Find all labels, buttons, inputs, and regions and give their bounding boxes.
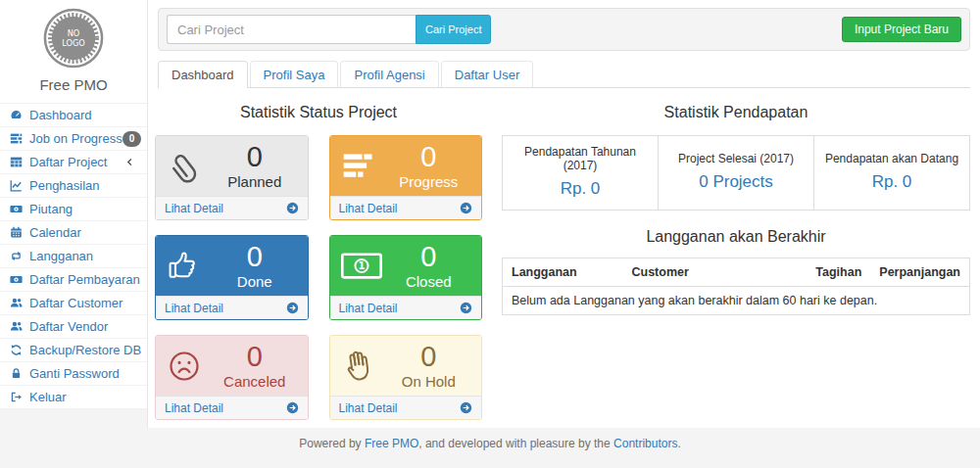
hand-paper-icon bbox=[341, 349, 386, 384]
dashboard-content: Statistik Status Project 0 Planned Lihat… bbox=[148, 88, 980, 420]
arrow-circle-right-icon bbox=[460, 302, 472, 314]
money-icon bbox=[8, 203, 24, 215]
sidebar-item-piutang[interactable]: Piutang bbox=[0, 198, 147, 221]
sidebar-item-label: Job on Progress bbox=[29, 131, 122, 146]
search-panel: Cari Project Input Project Baru bbox=[158, 8, 970, 51]
footer-text: , and developed with pleasure by the bbox=[418, 437, 613, 450]
sidebar-item-label: Keluar bbox=[29, 390, 67, 404]
stat-cell: Pendapatan akan Datang Rp. 0 bbox=[814, 136, 970, 211]
income-section: Statistik Pendapatan Pendapatan Tahunan … bbox=[502, 92, 970, 420]
done-detail-link[interactable]: Lihat Detail bbox=[156, 296, 308, 319]
money-icon bbox=[8, 273, 24, 286]
svg-text:1: 1 bbox=[358, 260, 365, 271]
column-header: Tagihan bbox=[807, 258, 870, 287]
stat-cell: Pendapatan Tahunan (2017) Rp. 0 bbox=[503, 136, 659, 211]
sidebar-item-keluar[interactable]: Keluar bbox=[0, 386, 147, 409]
thumbs-up-icon bbox=[167, 249, 212, 284]
sidebar-item-penghasilan[interactable]: Penghasilan bbox=[0, 174, 147, 198]
search-button[interactable]: Cari Project bbox=[416, 15, 491, 44]
closed-detail-link[interactable]: Lihat Detail bbox=[330, 296, 482, 319]
arrow-circle-right-icon bbox=[286, 202, 299, 214]
status-card-planned: 0 Planned Lihat Detail bbox=[155, 135, 309, 220]
onhold-detail-link[interactable]: Lihat Detail bbox=[330, 396, 482, 419]
sidebar-menu: Dashboard Job on Progress 0 Daftar Proje… bbox=[0, 103, 147, 409]
tab-dashboard[interactable]: Dashboard bbox=[158, 61, 248, 88]
tasks-icon bbox=[8, 132, 24, 145]
subscription-section-title: Langganan akan Berakhir bbox=[502, 228, 970, 246]
lock-icon bbox=[8, 367, 24, 380]
sidebar-item-daftar-customer[interactable]: Daftar Customer bbox=[0, 292, 147, 315]
chevron-left-icon bbox=[124, 157, 135, 167]
sidebar-item-daftar-pembayaran[interactable]: Daftar Pembayaran bbox=[0, 268, 147, 292]
card-label: Progress bbox=[386, 173, 472, 190]
sidebar-item-label: Piutang bbox=[29, 202, 73, 216]
planned-detail-link[interactable]: Lihat Detail bbox=[156, 196, 308, 219]
search-input[interactable] bbox=[167, 15, 416, 44]
sidebar-item-label: Langganan bbox=[29, 249, 93, 263]
stat-label: Pendapatan akan Datang bbox=[820, 152, 963, 165]
footer-link-contributors[interactable]: Contributors bbox=[613, 437, 677, 450]
status-card-done: 0 Done Lihat Detail bbox=[155, 235, 309, 320]
sidebar-item-label: Daftar Pembayaran bbox=[29, 272, 140, 287]
sidebar-item-calendar[interactable]: Calendar bbox=[0, 221, 147, 245]
retweet-icon bbox=[8, 250, 24, 262]
card-count: 0 bbox=[212, 243, 298, 271]
tab-bar: Dashboard Profil Saya Profil Agensi Daft… bbox=[158, 61, 970, 88]
sidebar-item-label: Daftar Customer bbox=[29, 296, 122, 310]
canceled-detail-link[interactable]: Lihat Detail bbox=[156, 396, 308, 419]
sidebar-item-backup-restore[interactable]: Backup/Restore DB bbox=[0, 339, 147, 362]
main-panel: Cari Project Input Project Baru Dashboar… bbox=[147, 0, 980, 428]
card-count: 0 bbox=[212, 343, 298, 371]
sidebar-item-langganan[interactable]: Langganan bbox=[0, 245, 147, 268]
sidebar-item-label: Dashboard bbox=[29, 108, 92, 122]
tab-daftar-user[interactable]: Daftar User bbox=[441, 61, 533, 87]
card-label: Canceled bbox=[212, 373, 298, 390]
status-card-onhold: 0 On Hold Lihat Detail bbox=[329, 335, 483, 420]
card-label: On Hold bbox=[386, 373, 472, 390]
stat-value: Rp. 0 bbox=[509, 179, 652, 199]
status-section: Statistik Status Project 0 Planned Lihat… bbox=[155, 92, 482, 420]
sidebar-item-daftar-project[interactable]: Daftar Project bbox=[0, 151, 147, 174]
empty-message: Belum ada Langganan yang akan berakhir d… bbox=[503, 287, 970, 315]
refresh-icon bbox=[8, 344, 24, 356]
new-project-button[interactable]: Input Project Baru bbox=[842, 17, 961, 42]
arrow-circle-right-icon bbox=[460, 202, 472, 214]
arrow-circle-right-icon bbox=[286, 302, 299, 314]
table-icon bbox=[8, 156, 24, 168]
sidebar-item-label: Calendar bbox=[29, 225, 81, 240]
card-label: Done bbox=[212, 273, 298, 290]
card-label: Closed bbox=[386, 273, 472, 290]
card-count: 0 bbox=[386, 243, 472, 271]
footer-text: . bbox=[677, 437, 680, 450]
paperclip-icon bbox=[167, 148, 212, 185]
sidebar-item-ganti-password[interactable]: Ganti Password bbox=[0, 362, 147, 386]
sidebar-item-label: Daftar Project bbox=[29, 155, 107, 169]
search-group: Cari Project bbox=[167, 15, 491, 44]
page-footer: Powered by Free PMO, and developed with … bbox=[0, 437, 980, 450]
subscription-table: Langganan Customer Tagihan Perpanjangan … bbox=[502, 257, 970, 315]
footer-text: Powered by bbox=[299, 437, 365, 450]
sidebar-item-daftar-vendor[interactable]: Daftar Vendor bbox=[0, 315, 147, 339]
income-stats-table: Pendapatan Tahunan (2017) Rp. 0 Project … bbox=[502, 135, 970, 211]
tab-profil-saya[interactable]: Profil Saya bbox=[250, 61, 339, 87]
arrow-circle-right-icon bbox=[460, 401, 472, 414]
income-section-title: Statistik Pendapatan bbox=[502, 104, 970, 121]
users-icon bbox=[8, 297, 24, 309]
brand-name: Free PMO bbox=[0, 76, 147, 93]
progress-detail-link[interactable]: Lihat Detail bbox=[330, 196, 482, 219]
sidebar-item-job-on-progress[interactable]: Job on Progress 0 bbox=[0, 127, 147, 151]
job-count-badge: 0 bbox=[122, 131, 142, 147]
stat-label: Pendapatan Tahunan (2017) bbox=[509, 145, 652, 172]
status-card-progress: 0 Progress Lihat Detail bbox=[329, 135, 483, 220]
column-header: Perpanjangan bbox=[870, 258, 969, 287]
footer-link-free-pmo[interactable]: Free PMO bbox=[365, 437, 418, 450]
stat-value: 0 Projects bbox=[664, 172, 808, 192]
calendar-icon bbox=[8, 226, 24, 239]
tab-profil-agensi[interactable]: Profil Agensi bbox=[340, 61, 438, 87]
card-count: 0 bbox=[386, 143, 472, 171]
stat-value: Rp. 0 bbox=[820, 172, 963, 192]
column-header: Langganan bbox=[503, 258, 623, 287]
sidebar-item-dashboard[interactable]: Dashboard bbox=[0, 104, 147, 127]
dashboard-icon bbox=[8, 109, 24, 121]
users-icon bbox=[8, 320, 24, 333]
